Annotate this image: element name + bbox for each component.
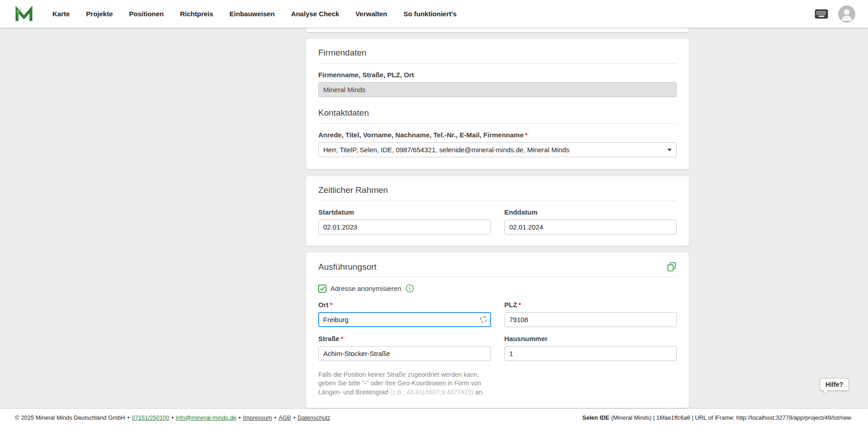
main-nav: Karte Projekte Positionen Richtpreis Ein… [52, 10, 457, 18]
strasse-input[interactable] [318, 346, 491, 361]
address-grid: Ort* PLZ* Straße* [318, 301, 677, 397]
top-navbar: Karte Projekte Positionen Richtpreis Ein… [0, 0, 868, 28]
hausnummer-field: Hausnummer [505, 335, 677, 361]
kontakt-label: Anrede, Titel, Vorname, Nachname, Tel.-N… [318, 131, 677, 139]
plz-field: PLZ* [505, 301, 677, 327]
kontaktdaten-title: Kontaktdaten [318, 108, 677, 124]
user-avatar-icon [838, 5, 855, 23]
nav-item-projekte[interactable]: Projekte [86, 10, 113, 18]
strasse-hint: Falls die Position keiner Straße zugeord… [318, 370, 491, 397]
card-cutoff-top [306, 28, 689, 32]
keyboard-button[interactable] [815, 9, 828, 19]
anonymize-row: Adresse anonymisieren [318, 284, 677, 293]
ort-field: Ort* [318, 301, 491, 327]
footer-agb-link[interactable]: AGB [278, 414, 291, 421]
ort-input[interactable] [318, 312, 491, 327]
app-info: (Mineral Minds) | 16fae1ffc6a6 | URL of … [609, 414, 851, 421]
footer-left: © 2025 Mineral Minds Deutschland GmbH • … [15, 414, 330, 421]
kontakt-select[interactable]: Herr, TitelP, Selen, IDE, 0987/654321, s… [318, 142, 677, 157]
date-grid: Startdatum Enddatum [318, 208, 677, 234]
brand-logo[interactable] [14, 5, 33, 23]
footer: © 2025 Mineral Minds Deutschland GmbH • … [0, 409, 868, 426]
anonymize-label: Adresse anonymisieren [330, 285, 401, 292]
zeitraum-title: Zeitlicher Rahmen [318, 185, 677, 201]
footer-impressum-link[interactable]: Impressum [243, 414, 272, 421]
nav-item-analyse-check[interactable]: Analyse Check [291, 10, 340, 18]
footer-separator: • [274, 414, 277, 421]
firmenname-label: Firmenname, Straße, PLZ, Ort [318, 71, 677, 79]
nav-item-positionen[interactable]: Positionen [129, 10, 164, 18]
copyright-text: © 2025 Mineral Minds Deutschland GmbH [15, 414, 125, 421]
nav-item-richtpreis[interactable]: Richtpreis [180, 10, 213, 18]
plz-label: PLZ* [505, 301, 677, 309]
ausfuehrungsort-card: Ausführungsort Adresse anonymisieren [306, 253, 689, 408]
footer-datenschutz-link[interactable]: Datenschutz [297, 414, 330, 421]
strasse-label: Straße* [318, 335, 491, 342]
navbar-right [815, 5, 855, 23]
check-icon [320, 286, 325, 291]
startdatum-field: Startdatum [318, 208, 491, 234]
nav-item-einbauweisen[interactable]: Einbauweisen [230, 10, 275, 18]
info-icon[interactable] [406, 284, 414, 293]
copy-address-button[interactable] [666, 262, 677, 272]
user-menu-button[interactable] [838, 5, 855, 23]
anonymize-checkbox[interactable] [318, 285, 326, 293]
firmenname-field: Firmenname, Straße, PLZ, Ort [318, 71, 677, 97]
ausfuehrungsort-title: Ausführungsort [318, 262, 377, 272]
nav-item-karte[interactable]: Karte [52, 10, 70, 18]
zeitlicher-rahmen-card: Zeitlicher Rahmen Startdatum Enddatum [306, 176, 689, 246]
form-column: Firmendaten Firmenname, Straße, PLZ, Ort… [306, 28, 689, 409]
enddatum-field: Enddatum [505, 208, 677, 234]
required-asterisk: * [341, 335, 344, 342]
hausnummer-label: Hausnummer [505, 335, 677, 342]
ort-input-wrap [318, 312, 491, 327]
loading-spinner-icon [480, 316, 487, 323]
footer-separator: • [293, 414, 296, 421]
required-asterisk: * [525, 131, 528, 139]
required-asterisk: * [330, 301, 333, 309]
keyboard-icon [815, 9, 828, 19]
ort-label: Ort* [318, 301, 491, 309]
footer-separator: • [171, 414, 174, 421]
help-button[interactable]: Hilfe? [820, 378, 849, 391]
startdatum-label: Startdatum [318, 208, 491, 216]
nav-item-so-funktionierts[interactable]: So funktioniert's [403, 10, 457, 18]
footer-right: Selen IDE (Mineral Minds) | 16fae1ffc6a6… [582, 414, 851, 421]
plz-input[interactable] [505, 312, 677, 327]
strasse-field: Straße* [318, 335, 491, 361]
startdatum-input[interactable] [318, 220, 491, 234]
firmendaten-card: Firmendaten Firmenname, Straße, PLZ, Ort… [306, 39, 689, 169]
copy-icon [666, 262, 677, 272]
footer-phone-link[interactable]: 07151/250100 [132, 414, 169, 421]
main-content: Firmendaten Firmenname, Straße, PLZ, Ort… [0, 28, 868, 409]
enddatum-label: Enddatum [505, 208, 677, 216]
app-name: Selen IDE [582, 414, 609, 421]
required-asterisk: * [519, 301, 521, 309]
footer-separator: • [127, 414, 130, 421]
enddatum-input[interactable] [505, 220, 677, 234]
kontakt-field: Anrede, Titel, Vorname, Nachname, Tel.-N… [318, 131, 677, 157]
chevron-down-icon [667, 149, 672, 151]
footer-separator: • [239, 414, 241, 421]
footer-email-link[interactable]: info@mineral-minds.de [176, 414, 236, 421]
geo-example: (z.B.: 48.8115607,9.4077422) [390, 389, 473, 396]
ausfuehrungsort-head: Ausführungsort [318, 262, 677, 277]
brand-logo-m-icon [14, 5, 33, 23]
firmenname-input [318, 82, 677, 97]
nav-item-verwalten[interactable]: Verwalten [355, 10, 387, 18]
hausnummer-input[interactable] [505, 346, 677, 361]
firmendaten-title: Firmendaten [318, 48, 677, 64]
kontakt-select-value: Herr, TitelP, Selen, IDE, 0987/654321, s… [323, 146, 569, 154]
